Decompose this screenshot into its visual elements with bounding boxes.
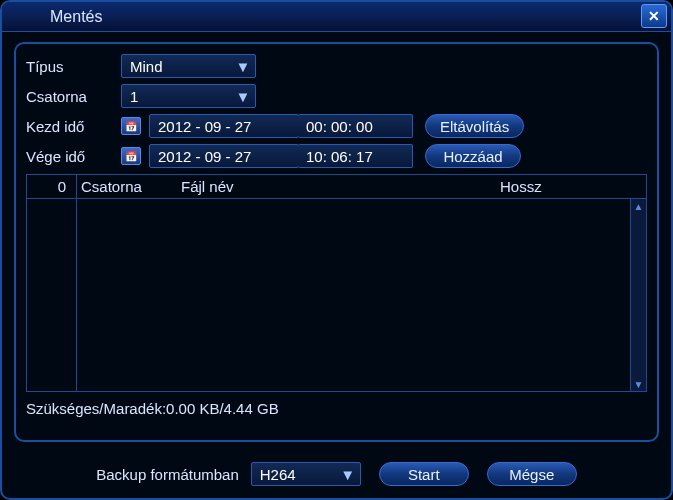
type-select[interactable]: Mind ▼ xyxy=(121,54,256,78)
filename-header[interactable]: Fájl név xyxy=(177,178,496,195)
add-button[interactable]: Hozzáad xyxy=(425,144,521,168)
window-title: Mentés xyxy=(50,8,102,26)
end-label: Vége idő xyxy=(26,148,121,165)
chevron-down-icon: ▼ xyxy=(235,58,251,74)
footer: Backup formátumban H264 ▼ Start Mégse xyxy=(2,462,671,486)
end-time-row: Vége idő 📅 2012 - 09 - 27 10: 06: 17 Hoz… xyxy=(26,144,647,168)
content-panel: Típus Mind ▼ Csatorna 1 ▼ Kezd idő 📅 201… xyxy=(14,42,659,442)
channel-row: Csatorna 1 ▼ xyxy=(26,84,647,108)
channel-label: Csatorna xyxy=(26,88,121,105)
type-row: Típus Mind ▼ xyxy=(26,54,647,78)
remove-button[interactable]: Eltávolítás xyxy=(425,114,524,138)
calendar-icon[interactable]: 📅 xyxy=(121,147,141,165)
end-date-input[interactable]: 2012 - 09 - 27 xyxy=(149,144,299,168)
scroll-down-icon[interactable]: ▼ xyxy=(632,377,646,391)
format-value: H264 xyxy=(260,466,296,483)
close-button[interactable]: ✕ xyxy=(641,4,667,28)
calendar-icon[interactable]: 📅 xyxy=(121,117,141,135)
format-label: Backup formátumban xyxy=(96,466,239,483)
table-index-col xyxy=(27,199,77,391)
format-select[interactable]: H264 ▼ xyxy=(251,462,361,486)
type-value: Mind xyxy=(130,58,163,75)
scrollbar[interactable]: ▲ ▼ xyxy=(630,199,646,391)
start-date-input[interactable]: 2012 - 09 - 27 xyxy=(149,114,299,138)
file-table: 0 Csatorna Fájl név Hossz ▲ ▼ xyxy=(26,174,647,392)
channel-select[interactable]: 1 ▼ xyxy=(121,84,256,108)
table-body: ▲ ▼ xyxy=(27,199,646,391)
scroll-up-icon[interactable]: ▲ xyxy=(632,199,646,213)
titlebar: Mentés ✕ xyxy=(2,2,671,32)
chevron-down-icon: ▼ xyxy=(235,88,251,104)
start-time-input[interactable]: 00: 00: 00 xyxy=(298,114,413,138)
length-header[interactable]: Hossz xyxy=(496,178,646,195)
end-time-input[interactable]: 10: 06: 17 xyxy=(298,144,413,168)
count-header: 0 xyxy=(27,175,77,198)
channel-value: 1 xyxy=(130,88,138,105)
start-button[interactable]: Start xyxy=(379,462,469,486)
start-label: Kezd idő xyxy=(26,118,121,135)
type-label: Típus xyxy=(26,58,121,75)
chevron-down-icon: ▼ xyxy=(340,466,356,482)
cancel-button[interactable]: Mégse xyxy=(487,462,577,486)
backup-dialog: Mentés ✕ Típus Mind ▼ Csatorna 1 ▼ Kezd … xyxy=(0,0,673,500)
table-header: 0 Csatorna Fájl név Hossz xyxy=(27,175,646,199)
status-text: Szükséges/Maradék:0.00 KB/4.44 GB xyxy=(26,400,647,417)
close-icon: ✕ xyxy=(648,8,660,24)
start-time-row: Kezd idő 📅 2012 - 09 - 27 00: 00: 00 Elt… xyxy=(26,114,647,138)
channel-header[interactable]: Csatorna xyxy=(77,178,177,195)
table-content xyxy=(77,199,630,391)
